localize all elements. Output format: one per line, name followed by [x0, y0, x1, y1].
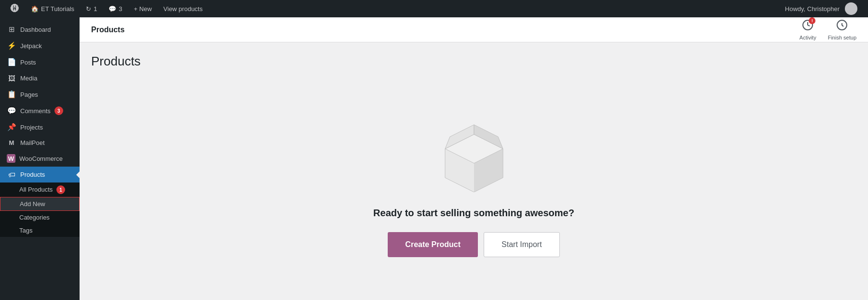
adminbar-site-name[interactable]: 🏠 ET Tutorials [25, 0, 80, 17]
jetpack-icon: ⚡ [7, 41, 16, 50]
dashboard-icon: ⊞ [7, 25, 16, 34]
sidebar-item-jetpack[interactable]: ⚡ Jetpack [0, 38, 80, 54]
adminbar-updates[interactable]: ↻ 1 [80, 0, 103, 17]
activity-icon: ! [802, 19, 814, 34]
sidebar-item-media[interactable]: 🖼 Media [0, 70, 80, 86]
posts-icon: 📄 [7, 58, 16, 66]
sidebar-item-woocommerce[interactable]: W WooCommerce [0, 150, 80, 167]
products-submenu: All Products 1 Add New Categories Tags [0, 183, 80, 237]
adminbar-view-products[interactable]: View products [158, 0, 208, 17]
sidebar-item-pages[interactable]: 📋 Pages [0, 86, 80, 103]
adminbar-new[interactable]: + New [128, 0, 158, 17]
cta-text: Ready to start selling something awesome… [373, 208, 574, 219]
sidebar-item-mailpoet[interactable]: M MailPoet [0, 135, 80, 150]
updates-icon: ↻ [86, 5, 91, 13]
page-title: Products [91, 54, 141, 69]
sidebar-item-projects[interactable]: 📌 Projects [0, 119, 80, 135]
start-import-button[interactable]: Start Import [484, 232, 560, 257]
pages-icon: 📋 [7, 90, 16, 99]
finish-setup-icon [836, 19, 848, 34]
submenu-tags[interactable]: Tags [0, 224, 80, 237]
finish-setup-button[interactable]: Finish setup [828, 19, 856, 40]
products-icon: 🏷 [7, 170, 16, 179]
submenu-categories[interactable]: Categories [0, 211, 80, 224]
empty-state: Ready to start selling something awesome… [91, 88, 856, 288]
submenu-add-new[interactable]: Add New [0, 197, 80, 211]
finish-setup-label: Finish setup [828, 35, 856, 40]
comments-icon: 💬 [7, 106, 16, 115]
sidebar-item-dashboard[interactable]: ⊞ Dashboard [0, 21, 80, 38]
sidebar-item-comments[interactable]: 💬 Comments 3 [0, 103, 80, 119]
adminbar-wp-logo[interactable]: 🅦 [5, 0, 25, 17]
adminbar-comments[interactable]: 💬 3 [103, 0, 128, 17]
activity-button[interactable]: ! Activity [800, 19, 816, 40]
mailpoet-icon: M [7, 139, 16, 146]
wp-logo-icon: 🅦 [11, 4, 19, 14]
cta-buttons: Create Product Start Import [388, 232, 559, 257]
content-area: Products ! Activity [80, 17, 868, 300]
home-icon: 🏠 [31, 5, 39, 13]
toolbar-right: ! Activity Finish setup [800, 19, 856, 40]
projects-icon: 📌 [7, 123, 16, 131]
media-icon: 🖼 [7, 74, 16, 82]
all-products-badge: 1 [56, 185, 65, 194]
box-illustration [435, 120, 513, 194]
woocommerce-icon: W [7, 154, 15, 163]
submenu-all-products[interactable]: All Products 1 [0, 183, 80, 197]
sidebar-item-posts[interactable]: 📄 Posts [0, 54, 80, 70]
activity-label: Activity [800, 35, 816, 40]
adminbar-avatar [845, 2, 857, 15]
comments-badge: 3 [54, 106, 63, 115]
admin-bar: 🅦 🏠 ET Tutorials ↻ 1 💬 3 + New View prod… [0, 0, 868, 17]
create-product-button[interactable]: Create Product [388, 232, 478, 257]
comment-icon: 💬 [108, 5, 116, 13]
content-header-title: Products [91, 26, 124, 34]
sidebar: ⊞ Dashboard ⚡ Jetpack 📄 Posts 🖼 Media 📋 … [0, 17, 80, 300]
content-body: Products [80, 42, 868, 300]
sidebar-item-products[interactable]: 🏷 Products [0, 167, 80, 183]
active-indicator [76, 171, 80, 179]
adminbar-howdy[interactable]: Howdy, Christopher [779, 0, 863, 17]
content-header: Products ! Activity [80, 17, 868, 42]
